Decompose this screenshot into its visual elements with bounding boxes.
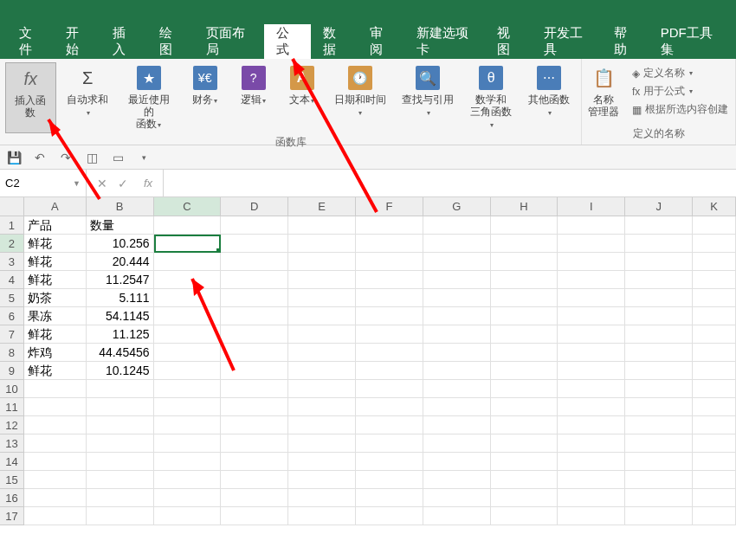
math-trig-button[interactable]: θ 数学和 三角函数▾ <box>464 62 517 133</box>
cell-E4[interactable] <box>288 271 356 289</box>
cell-H4[interactable] <box>491 271 558 289</box>
cell-J16[interactable] <box>625 489 693 507</box>
save-button[interactable]: 💾 <box>5 149 23 166</box>
cell-J13[interactable] <box>625 434 693 453</box>
col-header-K[interactable]: K <box>693 197 736 216</box>
menu-new-tab[interactable]: 新建选项卡 <box>404 18 485 65</box>
cell-F9[interactable] <box>356 362 423 380</box>
cell-H3[interactable] <box>491 253 558 271</box>
cell-E11[interactable] <box>288 398 356 416</box>
cell-C9[interactable] <box>154 362 222 380</box>
cell-I2[interactable] <box>558 235 625 253</box>
col-header-I[interactable]: I <box>558 197 625 216</box>
cell-C4[interactable] <box>154 271 222 289</box>
cell-J9[interactable] <box>625 362 693 380</box>
lookup-button[interactable]: 🔍 查找与引用▾ <box>397 62 459 133</box>
cell-H9[interactable] <box>491 362 558 380</box>
cell-C1[interactable] <box>154 216 222 235</box>
cell-K9[interactable] <box>693 362 736 380</box>
cell-G5[interactable] <box>423 289 491 307</box>
cell-K10[interactable] <box>693 380 736 398</box>
menu-formulas[interactable]: 公式 <box>264 24 311 59</box>
cell-F3[interactable] <box>356 253 423 271</box>
cell-F10[interactable] <box>356 380 423 398</box>
row-header-9[interactable]: 9 <box>0 362 24 380</box>
cell-H6[interactable] <box>491 307 558 325</box>
cell-K15[interactable] <box>693 471 736 489</box>
col-header-D[interactable]: D <box>221 197 288 216</box>
cell-J15[interactable] <box>625 471 693 489</box>
cell-B11[interactable] <box>87 398 154 416</box>
cell-A13[interactable] <box>24 434 87 453</box>
cell-D12[interactable] <box>221 416 288 434</box>
cell-A2[interactable]: 鲜花 <box>24 235 87 253</box>
cell-J10[interactable] <box>625 380 693 398</box>
cell-D17[interactable] <box>221 507 288 525</box>
row-header-4[interactable]: 4 <box>0 271 24 289</box>
cell-B6[interactable]: 54.1145 <box>87 307 154 325</box>
cell-J7[interactable] <box>625 325 693 344</box>
cell-I15[interactable] <box>558 471 625 489</box>
define-name-button[interactable]: ◈定义名称▾ <box>632 66 728 80</box>
cell-G15[interactable] <box>423 471 491 489</box>
cell-K1[interactable] <box>693 216 736 235</box>
cell-D6[interactable] <box>221 307 288 325</box>
cell-G9[interactable] <box>423 362 491 380</box>
row-header-3[interactable]: 3 <box>0 253 24 271</box>
qat-btn-2[interactable]: ▭ <box>109 149 126 166</box>
cell-K13[interactable] <box>693 434 736 453</box>
cell-E3[interactable] <box>288 253 356 271</box>
name-box[interactable]: C2 ▼ <box>0 170 87 196</box>
name-box-dropdown-icon[interactable]: ▼ <box>73 179 81 188</box>
menu-page-layout[interactable]: 页面布局 <box>194 18 263 65</box>
cell-B1[interactable]: 数量 <box>87 216 154 235</box>
cell-B7[interactable]: 11.125 <box>87 325 154 344</box>
cell-J4[interactable] <box>625 271 693 289</box>
cell-K5[interactable] <box>693 289 736 307</box>
cell-I12[interactable] <box>558 416 625 434</box>
menu-view[interactable]: 视图 <box>485 18 532 65</box>
cell-I6[interactable] <box>558 307 625 325</box>
datetime-button[interactable]: 🕐 日期和时间▾ <box>329 62 391 133</box>
cell-G12[interactable] <box>423 416 491 434</box>
cell-A12[interactable] <box>24 416 87 434</box>
cell-A10[interactable] <box>24 380 87 398</box>
select-all-corner[interactable] <box>0 197 24 216</box>
cell-A16[interactable] <box>24 489 87 507</box>
cell-E5[interactable] <box>288 289 356 307</box>
cell-D3[interactable] <box>221 253 288 271</box>
recent-functions-button[interactable]: ★ 最近使用的 函数▾ <box>119 62 178 133</box>
qat-btn-1[interactable]: ◫ <box>83 149 100 166</box>
cell-I14[interactable] <box>558 453 625 471</box>
cell-F13[interactable] <box>356 434 423 453</box>
cell-E6[interactable] <box>288 307 356 325</box>
cell-F7[interactable] <box>356 325 423 344</box>
cell-I13[interactable] <box>558 434 625 453</box>
cell-F11[interactable] <box>356 398 423 416</box>
row-header-11[interactable]: 11 <box>0 398 24 416</box>
cell-B5[interactable]: 5.111 <box>87 289 154 307</box>
cell-I4[interactable] <box>558 271 625 289</box>
cell-G3[interactable] <box>423 253 491 271</box>
cell-F12[interactable] <box>356 416 423 434</box>
col-header-F[interactable]: F <box>356 197 423 216</box>
col-header-C[interactable]: C <box>154 197 222 216</box>
cell-I7[interactable] <box>558 325 625 344</box>
cell-H11[interactable] <box>491 398 558 416</box>
cell-I3[interactable] <box>558 253 625 271</box>
redo-button[interactable]: ↷ <box>57 149 74 166</box>
cell-F6[interactable] <box>356 307 423 325</box>
cell-C17[interactable] <box>154 507 222 525</box>
menu-data[interactable]: 数据 <box>311 18 358 65</box>
cell-A14[interactable] <box>24 453 87 471</box>
cell-F16[interactable] <box>356 489 423 507</box>
cell-B3[interactable]: 20.444 <box>87 253 154 271</box>
cell-C11[interactable] <box>154 398 222 416</box>
cell-G13[interactable] <box>423 434 491 453</box>
cell-H7[interactable] <box>491 325 558 344</box>
cell-A1[interactable]: 产品 <box>24 216 87 235</box>
qat-dropdown[interactable]: ▾ <box>135 149 152 166</box>
cell-A3[interactable]: 鲜花 <box>24 253 87 271</box>
cell-E15[interactable] <box>288 471 356 489</box>
cell-B16[interactable] <box>87 489 154 507</box>
